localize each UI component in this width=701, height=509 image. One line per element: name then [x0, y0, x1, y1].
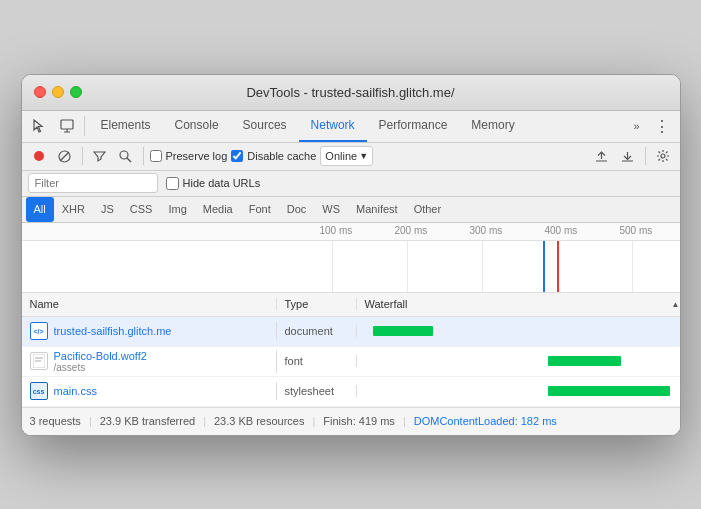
nav-tabs: Elements Console Sources Network Perform… [89, 111, 626, 142]
svg-line-3 [60, 152, 69, 161]
html-icon: </> [30, 322, 48, 340]
tab-console[interactable]: Console [163, 111, 231, 142]
font-icon [30, 352, 48, 370]
row1-filename: trusted-sailfish.glitch.me [54, 325, 172, 337]
tab-memory[interactable]: Memory [459, 111, 526, 142]
network-table: Name Type Waterfall ▲ </> trusted-sailfi… [22, 293, 680, 407]
sort-icon: ▲ [672, 300, 680, 309]
preserve-log-label: Preserve log [166, 150, 228, 162]
filter-input[interactable] [28, 173, 158, 193]
row1-waterfall [357, 317, 680, 346]
hide-data-label: Hide data URLs [183, 177, 261, 189]
status-transferred: 23.9 KB transferred [100, 415, 195, 427]
sep3: | [312, 415, 315, 427]
traffic-lights [34, 86, 82, 98]
maximize-button[interactable] [70, 86, 82, 98]
upload-icon[interactable] [591, 145, 613, 167]
more-tabs-button[interactable]: » [627, 120, 645, 132]
gridline-200 [407, 241, 408, 292]
hide-data-input[interactable] [166, 177, 179, 190]
type-tab-css[interactable]: CSS [122, 197, 161, 222]
type-tab-media[interactable]: Media [195, 197, 241, 222]
svg-line-5 [127, 158, 131, 162]
row3-type: stylesheet [277, 385, 357, 397]
toolbar: Preserve log Disable cache Online ▼ [22, 143, 680, 171]
cursor-icon[interactable] [26, 113, 52, 139]
tab-network[interactable]: Network [299, 111, 367, 142]
svg-rect-0 [61, 120, 73, 129]
row2-name: Pacifico-Bold.woff2 /assets [22, 350, 277, 373]
filter-bar: Hide data URLs [22, 171, 680, 197]
status-requests: 3 requests [30, 415, 81, 427]
dcl-line [543, 241, 545, 292]
download-icon[interactable] [617, 145, 639, 167]
preserve-log-input[interactable] [150, 150, 162, 162]
clear-button[interactable] [54, 145, 76, 167]
load-line [557, 241, 559, 292]
type-tab-xhr[interactable]: XHR [54, 197, 93, 222]
th-name: Name [22, 298, 277, 310]
nav-bar: Elements Console Sources Network Perform… [22, 111, 680, 143]
timeline-ruler: 100 ms 200 ms 300 ms 400 ms 500 ms [22, 223, 680, 241]
table-row[interactable]: css main.css stylesheet [22, 377, 680, 407]
preserve-log-checkbox[interactable]: Preserve log [150, 150, 228, 162]
disable-cache-checkbox[interactable]: Disable cache [231, 150, 316, 162]
row3-name: css main.css [22, 382, 277, 400]
devtools-window: DevTools - trusted-sailfish.glitch.me/ E… [21, 74, 681, 436]
row3-filename: main.css [54, 385, 97, 397]
th-type: Type [277, 298, 357, 310]
filter-icon[interactable] [89, 145, 111, 167]
throttle-select[interactable]: Online ▼ [320, 146, 373, 166]
search-icon[interactable] [115, 145, 137, 167]
hide-data-checkbox[interactable]: Hide data URLs [166, 177, 261, 190]
th-waterfall: Waterfall ▲ [357, 298, 680, 310]
window-title: DevTools - trusted-sailfish.glitch.me/ [246, 85, 454, 100]
type-tab-font[interactable]: Font [241, 197, 279, 222]
row2-bar [548, 356, 621, 366]
gridline-500 [632, 241, 633, 292]
table-row[interactable]: Pacifico-Bold.woff2 /assets font [22, 347, 680, 377]
disable-cache-label: Disable cache [247, 150, 316, 162]
type-tab-other[interactable]: Other [406, 197, 450, 222]
type-tab-doc[interactable]: Doc [279, 197, 315, 222]
row1-bar [373, 326, 433, 336]
gridline-300 [482, 241, 483, 292]
row2-waterfall [357, 347, 680, 376]
status-finish: Finish: 419 ms [323, 415, 395, 427]
status-resources: 23.3 KB resources [214, 415, 305, 427]
table-row[interactable]: </> trusted-sailfish.glitch.me document [22, 317, 680, 347]
row1-type: document [277, 325, 357, 337]
tab-sources[interactable]: Sources [231, 111, 299, 142]
row1-name: </> trusted-sailfish.glitch.me [22, 322, 277, 340]
type-tab-ws[interactable]: WS [314, 197, 348, 222]
tab-elements[interactable]: Elements [89, 111, 163, 142]
sep4: | [403, 415, 406, 427]
ruler-300ms: 300 ms [470, 225, 503, 236]
inspect-icon[interactable] [54, 113, 80, 139]
devtools-container: Elements Console Sources Network Perform… [22, 111, 680, 435]
throttle-label: Online [325, 150, 357, 162]
settings-icon[interactable] [652, 145, 674, 167]
css-icon: css [30, 382, 48, 400]
record-button[interactable] [28, 145, 50, 167]
type-tab-all[interactable]: All [26, 197, 54, 222]
toolbar-divider-3 [645, 147, 646, 165]
close-button[interactable] [34, 86, 46, 98]
type-tab-js[interactable]: JS [93, 197, 122, 222]
tab-performance[interactable]: Performance [367, 111, 460, 142]
status-dcl[interactable]: DOMContentLoaded: 182 ms [414, 415, 557, 427]
type-tab-img[interactable]: Img [160, 197, 194, 222]
row2-path: /assets [54, 362, 147, 373]
ruler-500ms: 500 ms [620, 225, 653, 236]
minimize-button[interactable] [52, 86, 64, 98]
row2-type: font [277, 355, 357, 367]
disable-cache-input[interactable] [231, 150, 243, 162]
row3-bar [548, 386, 670, 396]
toolbar-divider-2 [143, 147, 144, 165]
status-bar: 3 requests | 23.9 KB transferred | 23.3 … [22, 407, 680, 435]
devtools-menu-button[interactable]: ⋮ [648, 117, 676, 136]
ruler-400ms: 400 ms [545, 225, 578, 236]
type-tab-manifest[interactable]: Manifest [348, 197, 406, 222]
svg-point-1 [34, 151, 44, 161]
ruler-100ms: 100 ms [320, 225, 353, 236]
